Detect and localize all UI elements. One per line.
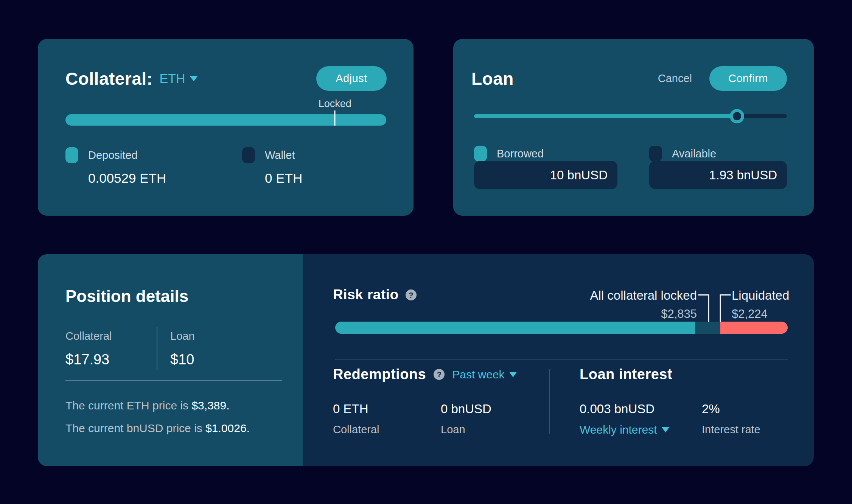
liquidated-marker: Liquidated $2,224	[732, 288, 789, 321]
wallet-value: 0 ETH	[242, 171, 302, 186]
collateral-title: Collateral:	[65, 68, 152, 89]
bnusd-price-suffix: .	[247, 422, 250, 434]
liquidated-label: Liquidated	[732, 288, 789, 303]
borrowed-amount-input[interactable]: 10 bnUSD	[474, 161, 617, 189]
locked-marker-label: Locked	[319, 98, 351, 110]
wallet-label: Wallet	[265, 149, 295, 162]
position-loan-value: $10	[170, 352, 195, 368]
weekly-interest-label: Weekly interest	[580, 423, 657, 436]
risk-bar-liquidation-segment	[720, 322, 788, 334]
collateral-card: Collateral: ETH Adjust Locked Deposited …	[38, 39, 414, 216]
borrowed-column: Borrowed	[474, 146, 544, 162]
chevron-down-icon	[662, 427, 669, 432]
collateral-asset-selector[interactable]: ETH	[159, 71, 185, 86]
deposited-label: Deposited	[88, 149, 138, 162]
borrowed-label: Borrowed	[497, 148, 544, 160]
available-amount-input[interactable]: 1.93 bnUSD	[649, 161, 787, 189]
loan-interest-header: Loan interest	[580, 366, 672, 383]
redemptions-period-value: Past week	[452, 368, 504, 381]
collateral-header: Collateral: ETH Adjust	[65, 66, 387, 91]
position-details-section: Position details Collateral $17.93 Loan …	[38, 254, 303, 466]
collateral-slider[interactable]	[65, 114, 386, 126]
eth-price-suffix: .	[226, 399, 229, 412]
position-collateral-label: Collateral	[65, 330, 112, 342]
risk-ratio-header: Risk ratio ?	[333, 287, 417, 303]
all-collateral-locked-marker: All collateral locked $2,835	[590, 288, 697, 321]
position-collateral-value: $17.93	[65, 352, 112, 368]
loan-header: Loan Cancel Confirm	[471, 66, 787, 91]
chevron-down-icon	[509, 372, 517, 377]
loan-slider-fill	[474, 114, 737, 118]
interest-rate-label: Interest rate	[702, 423, 760, 436]
wallet-checkbox[interactable]	[242, 147, 255, 163]
stat-divider	[157, 327, 157, 370]
chevron-down-icon[interactable]	[190, 76, 198, 81]
section-divider	[65, 380, 282, 381]
eth-price-prefix: The current ETH price is	[65, 399, 191, 412]
loan-interest-title: Loan interest	[580, 366, 672, 383]
redemptions-header: Redemptions ? Past week	[333, 366, 517, 383]
position-details-title: Position details	[65, 287, 188, 306]
deposited-checkbox[interactable]	[65, 147, 78, 163]
position-loan-stat: Loan $10	[170, 330, 195, 368]
risk-bar-safe-segment	[335, 322, 695, 334]
redemptions-collateral-value: 0 ETH	[333, 402, 368, 416]
redemptions-interest-divider	[549, 369, 550, 434]
available-checkbox[interactable]	[649, 146, 662, 162]
risk-ratio-title: Risk ratio	[333, 287, 399, 303]
eth-price-note: The current ETH price is $3,389.	[65, 399, 230, 412]
redemptions-title: Redemptions	[333, 366, 426, 383]
all-collateral-locked-label: All collateral locked	[590, 288, 697, 303]
position-loan-label: Loan	[170, 330, 195, 342]
loan-slider-handle[interactable]	[730, 109, 744, 123]
all-collateral-locked-value: $2,835	[590, 307, 697, 321]
cancel-button[interactable]: Cancel	[658, 72, 692, 85]
bnusd-price-value: $1.0026	[205, 422, 246, 434]
loan-title: Loan	[471, 68, 514, 89]
adjust-button[interactable]: Adjust	[316, 66, 387, 91]
liquidated-line-tick	[721, 294, 731, 296]
weekly-interest-value: 0.003 bnUSD	[580, 402, 655, 416]
question-mark-icon[interactable]: ?	[434, 369, 445, 380]
deposited-value: 0.00529 ETH	[65, 171, 166, 186]
question-mark-icon[interactable]: ?	[406, 289, 417, 300]
deposited-column: Deposited 0.00529 ETH	[65, 147, 166, 186]
risk-section-divider	[335, 359, 788, 359]
loan-card: Loan Cancel Confirm Borrowed Available 1…	[453, 39, 814, 216]
risk-bar-warning-segment	[695, 322, 720, 334]
loan-slider[interactable]	[474, 109, 787, 123]
liquidated-value: $2,224	[732, 307, 789, 321]
redemptions-loan-label: Loan	[441, 423, 465, 436]
available-column: Available	[649, 146, 716, 162]
confirm-button[interactable]: Confirm	[709, 66, 787, 91]
available-label: Available	[672, 148, 716, 160]
bnusd-price-prefix: The current bnUSD price is	[65, 422, 205, 434]
borrowed-checkbox[interactable]	[474, 146, 487, 162]
bnusd-price-note: The current bnUSD price is $1.0026.	[65, 422, 250, 435]
locked-tick	[334, 110, 336, 126]
redemptions-loan-value: 0 bnUSD	[441, 402, 491, 416]
locked-line-tick	[698, 294, 708, 296]
redemptions-collateral-label: Collateral	[333, 423, 379, 436]
redemptions-period-dropdown[interactable]: Past week	[452, 368, 516, 381]
eth-price-value: $3,389	[191, 399, 226, 412]
position-collateral-stat: Collateral $17.93	[65, 330, 112, 368]
position-panel: Position details Collateral $17.93 Loan …	[38, 254, 814, 466]
weekly-interest-dropdown[interactable]: Weekly interest	[580, 423, 669, 436]
interest-rate-value: 2%	[702, 402, 720, 416]
risk-ratio-bar	[335, 322, 788, 334]
wallet-column: Wallet 0 ETH	[242, 147, 302, 186]
